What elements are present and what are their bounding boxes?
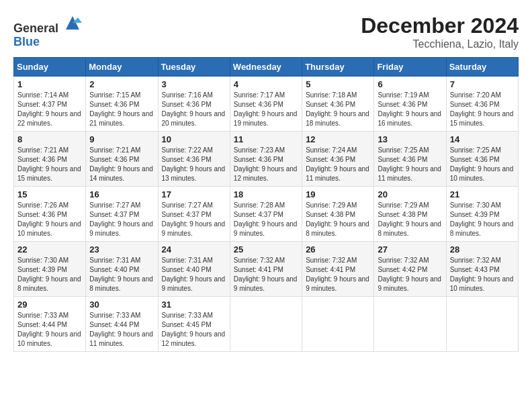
day-cell-3: 3Sunrise: 7:16 AMSunset: 4:36 PMDaylight… [158,77,230,132]
day-number: 4 [234,79,298,89]
day-cell-23: 23Sunrise: 7:31 AMSunset: 4:40 PMDayligh… [86,242,158,297]
day-info: Sunrise: 7:22 AMSunset: 4:36 PMDaylight:… [162,146,226,183]
logo-blue: Blue [13,35,40,48]
day-cell-9: 9Sunrise: 7:21 AMSunset: 4:36 PMDaylight… [86,132,158,187]
day-info: Sunrise: 7:19 AMSunset: 4:36 PMDaylight:… [378,91,442,128]
day-info: Sunrise: 7:21 AMSunset: 4:36 PMDaylight:… [17,146,82,183]
day-number: 26 [306,244,370,255]
day-number: 24 [162,244,226,255]
day-info: Sunrise: 7:30 AMSunset: 4:39 PMDaylight:… [450,201,515,238]
day-cell-30: 30Sunrise: 7:33 AMSunset: 4:44 PMDayligh… [86,297,158,352]
day-info: Sunrise: 7:18 AMSunset: 4:36 PMDaylight:… [306,91,370,128]
day-cell-6: 6Sunrise: 7:19 AMSunset: 4:36 PMDaylight… [374,77,446,132]
day-info: Sunrise: 7:30 AMSunset: 4:39 PMDaylight:… [17,256,82,293]
calendar-week-row: 1Sunrise: 7:14 AMSunset: 4:37 PMDaylight… [14,77,519,132]
day-number: 7 [450,79,515,89]
empty-day-cell [446,297,518,352]
day-header-friday: Friday [374,58,446,77]
day-info: Sunrise: 7:32 AMSunset: 4:41 PMDaylight:… [234,256,298,293]
title-section: December 2024 Tecchiena, Lazio, Italy [361,13,519,50]
day-header-monday: Monday [86,58,158,77]
month-year-title: December 2024 [361,13,519,38]
day-cell-5: 5Sunrise: 7:18 AMSunset: 4:36 PMDaylight… [302,77,374,132]
day-info: Sunrise: 7:32 AMSunset: 4:43 PMDaylight:… [450,256,515,293]
day-info: Sunrise: 7:20 AMSunset: 4:36 PMDaylight:… [450,91,515,128]
location-subtitle: Tecchiena, Lazio, Italy [361,38,519,50]
day-info: Sunrise: 7:32 AMSunset: 4:41 PMDaylight:… [306,256,370,293]
calendar-table: SundayMondayTuesdayWednesdayThursdayFrid… [13,57,519,352]
calendar-week-row: 8Sunrise: 7:21 AMSunset: 4:36 PMDaylight… [14,132,519,187]
day-number: 11 [234,134,298,144]
day-number: 9 [89,134,154,144]
day-info: Sunrise: 7:25 AMSunset: 4:36 PMDaylight:… [450,146,515,183]
empty-day-cell [302,297,374,352]
day-number: 15 [17,189,82,199]
day-info: Sunrise: 7:29 AMSunset: 4:38 PMDaylight:… [378,201,442,238]
day-cell-4: 4Sunrise: 7:17 AMSunset: 4:36 PMDaylight… [230,77,302,132]
day-cell-17: 17Sunrise: 7:27 AMSunset: 4:37 PMDayligh… [158,187,230,242]
day-header-tuesday: Tuesday [158,58,230,77]
day-header-thursday: Thursday [302,58,374,77]
day-number: 19 [306,189,370,199]
empty-day-cell [374,297,446,352]
day-cell-7: 7Sunrise: 7:20 AMSunset: 4:36 PMDaylight… [446,77,518,132]
day-info: Sunrise: 7:27 AMSunset: 4:37 PMDaylight:… [89,201,154,238]
day-info: Sunrise: 7:33 AMSunset: 4:44 PMDaylight:… [89,311,154,349]
day-number: 2 [89,79,154,89]
day-cell-18: 18Sunrise: 7:28 AMSunset: 4:37 PMDayligh… [230,187,302,242]
logo-text: General [13,13,82,36]
day-number: 8 [17,134,82,144]
day-number: 28 [450,244,515,255]
day-info: Sunrise: 7:33 AMSunset: 4:45 PMDaylight:… [162,311,226,349]
calendar-week-row: 15Sunrise: 7:26 AMSunset: 4:36 PMDayligh… [14,187,519,242]
day-cell-21: 21Sunrise: 7:30 AMSunset: 4:39 PMDayligh… [446,187,518,242]
calendar-week-row: 29Sunrise: 7:33 AMSunset: 4:44 PMDayligh… [14,297,519,352]
day-number: 6 [378,79,442,89]
day-info: Sunrise: 7:23 AMSunset: 4:36 PMDaylight:… [234,146,298,183]
day-cell-8: 8Sunrise: 7:21 AMSunset: 4:36 PMDaylight… [14,132,86,187]
day-cell-2: 2Sunrise: 7:15 AMSunset: 4:36 PMDaylight… [86,77,158,132]
day-cell-12: 12Sunrise: 7:24 AMSunset: 4:36 PMDayligh… [302,132,374,187]
day-number: 29 [17,300,82,310]
day-number: 31 [162,300,226,310]
day-info: Sunrise: 7:31 AMSunset: 4:40 PMDaylight:… [89,256,154,293]
day-info: Sunrise: 7:24 AMSunset: 4:36 PMDaylight:… [306,146,370,183]
calendar-week-row: 22Sunrise: 7:30 AMSunset: 4:39 PMDayligh… [14,242,519,297]
day-number: 18 [234,189,298,199]
day-number: 22 [17,244,82,255]
day-cell-19: 19Sunrise: 7:29 AMSunset: 4:38 PMDayligh… [302,187,374,242]
day-cell-10: 10Sunrise: 7:22 AMSunset: 4:36 PMDayligh… [158,132,230,187]
day-info: Sunrise: 7:17 AMSunset: 4:36 PMDaylight:… [234,91,298,128]
day-number: 10 [162,134,226,144]
day-number: 5 [306,79,370,89]
calendar-header-row: SundayMondayTuesdayWednesdayThursdayFrid… [14,58,519,77]
day-number: 25 [234,244,298,255]
day-number: 12 [306,134,370,144]
day-info: Sunrise: 7:31 AMSunset: 4:40 PMDaylight:… [162,256,226,293]
empty-day-cell [230,297,302,352]
day-cell-26: 26Sunrise: 7:32 AMSunset: 4:41 PMDayligh… [302,242,374,297]
day-info: Sunrise: 7:27 AMSunset: 4:37 PMDaylight:… [162,201,226,238]
logo-general: General [13,21,58,35]
day-cell-27: 27Sunrise: 7:32 AMSunset: 4:42 PMDayligh… [374,242,446,297]
day-info: Sunrise: 7:29 AMSunset: 4:38 PMDaylight:… [306,201,370,238]
day-cell-1: 1Sunrise: 7:14 AMSunset: 4:37 PMDaylight… [14,77,86,132]
day-header-wednesday: Wednesday [230,58,302,77]
day-cell-13: 13Sunrise: 7:25 AMSunset: 4:36 PMDayligh… [374,132,446,187]
day-info: Sunrise: 7:21 AMSunset: 4:36 PMDaylight:… [89,146,154,183]
day-info: Sunrise: 7:25 AMSunset: 4:36 PMDaylight:… [378,146,442,183]
day-cell-28: 28Sunrise: 7:32 AMSunset: 4:43 PMDayligh… [446,242,518,297]
day-cell-15: 15Sunrise: 7:26 AMSunset: 4:36 PMDayligh… [14,187,86,242]
page-header: General Blue December 2024 Tecchiena, La… [13,13,519,50]
day-number: 23 [89,244,154,255]
day-number: 13 [378,134,442,144]
day-info: Sunrise: 7:16 AMSunset: 4:36 PMDaylight:… [162,91,226,128]
day-number: 21 [450,189,515,199]
day-cell-22: 22Sunrise: 7:30 AMSunset: 4:39 PMDayligh… [14,242,86,297]
day-cell-16: 16Sunrise: 7:27 AMSunset: 4:37 PMDayligh… [86,187,158,242]
day-cell-14: 14Sunrise: 7:25 AMSunset: 4:36 PMDayligh… [446,132,518,187]
logo-icon [63,13,82,32]
day-number: 20 [378,189,442,199]
day-info: Sunrise: 7:26 AMSunset: 4:36 PMDaylight:… [17,201,82,238]
day-number: 16 [89,189,154,199]
